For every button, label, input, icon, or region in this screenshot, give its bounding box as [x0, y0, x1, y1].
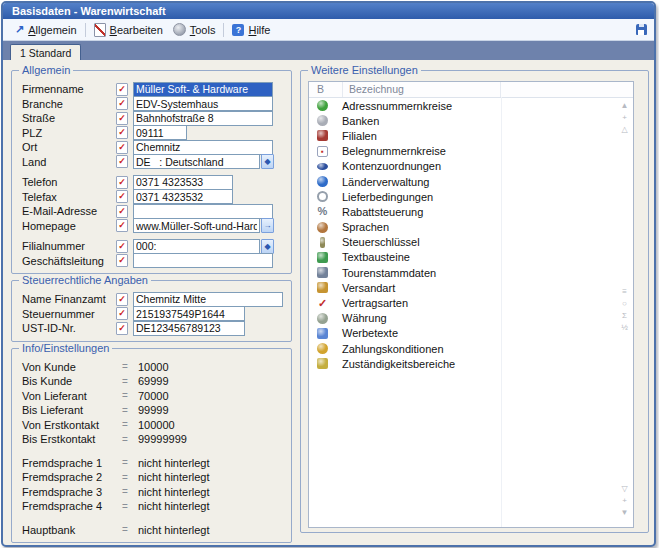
sprachen-icon — [317, 222, 328, 233]
row-add-icon[interactable]: + — [622, 496, 627, 505]
list-item-kontenzuordnungen[interactable]: Kontenzuordnungen — [309, 159, 633, 174]
list-item-lieferbedingungen[interactable]: Lieferbedingungen — [309, 189, 633, 204]
tab-1-standard[interactable]: 1 Standard — [10, 44, 81, 60]
input-plz[interactable] — [133, 125, 187, 140]
list-item-adressnummernkreise[interactable]: Adressnummernkreise — [309, 98, 633, 113]
list-item-banken[interactable]: Banken — [309, 113, 633, 128]
input-strasse[interactable] — [133, 111, 273, 126]
list-item-tourenstammdaten[interactable]: Tourenstammdaten — [309, 265, 633, 280]
info-row-fremdsprache-4: Fremdsprache 4=nicht hinterlegt — [22, 499, 283, 514]
field-check-icon[interactable]: ✓ — [116, 155, 128, 168]
list-item-vertragsarten[interactable]: ✓Vertragsarten — [309, 295, 633, 310]
info-row-bis-erstkontakt: Bis Erstkontakt=99999999 — [22, 432, 283, 447]
list-item-textbausteine[interactable]: Textbausteine — [309, 250, 633, 265]
equals-icon: = — [122, 457, 138, 468]
column-header-bezeichnung[interactable]: Bezeichnug — [343, 82, 501, 97]
field-check-icon[interactable]: ✓ — [116, 176, 128, 189]
belegnummernkreise-icon: ▪ — [317, 146, 328, 157]
list-item-rabattsteuerung[interactable]: %Rabattsteuerung — [309, 204, 633, 219]
list-item-belegnummernkreise[interactable]: ▪Belegnummernkreise — [309, 144, 633, 159]
list-item-steuerschlussel[interactable]: Steuerschlüssel — [309, 235, 633, 250]
field-check-icon[interactable]: ✓ — [116, 83, 128, 96]
input-filialnummer[interactable] — [133, 239, 260, 254]
list-item-label: Rabattsteuerung — [342, 206, 423, 218]
banken-icon — [317, 115, 328, 126]
info-value: 10000 — [138, 361, 169, 373]
fraction-icon[interactable]: ½ — [621, 323, 628, 332]
list-item-label: Zahlungskonditionen — [342, 343, 444, 355]
title-bar[interactable]: Basisdaten - Warenwirtschaft — [3, 3, 654, 19]
field-check-icon[interactable]: ✓ — [116, 205, 128, 218]
input-land[interactable] — [133, 154, 260, 169]
menu-bar: ↗AllgemeinBearbeitenTools?Hilfe — [3, 19, 654, 41]
scroll-up-icon[interactable]: △ — [621, 125, 627, 134]
info-gap — [22, 447, 283, 456]
help-icon: ? — [232, 24, 244, 36]
scroll-down-icon[interactable]: ▽ — [621, 484, 627, 493]
list-item-sprachen[interactable]: Sprachen — [309, 220, 633, 235]
waehrung-icon — [317, 313, 328, 324]
menu-icon[interactable]: ≡ — [622, 287, 627, 296]
menu-item-label: Tools — [190, 24, 216, 36]
field-label-firmenname: Firmenname — [22, 83, 116, 95]
info-row-von-kunde: Von Kunde=10000 — [22, 360, 283, 375]
input-telefax[interactable] — [133, 189, 233, 204]
row-insert-icon[interactable]: + — [622, 113, 627, 122]
equals-icon: = — [122, 486, 138, 497]
search-icon[interactable]: ○ — [622, 299, 627, 308]
field-label-land: Land — [22, 156, 116, 168]
input-geschaftsleitung[interactable] — [133, 253, 273, 268]
field-check-icon[interactable]: ✓ — [116, 293, 128, 306]
save-disk-icon[interactable] — [636, 24, 647, 35]
scroll-bottom-icon[interactable]: ▼ — [621, 508, 629, 517]
allgemein-fields: Firmenname✓Branche✓Straße✓PLZ✓Ort✓Land✓◆… — [22, 82, 283, 268]
field-check-icon[interactable]: ✓ — [116, 97, 128, 110]
open-homepage-button[interactable]: → — [261, 218, 274, 233]
field-check-icon[interactable]: ✓ — [116, 219, 128, 232]
zustaendigkeitsbereiche-icon — [317, 358, 328, 369]
list-item-zahlungskonditionen[interactable]: Zahlungskonditionen — [309, 341, 633, 356]
field-check-icon[interactable]: ✓ — [116, 240, 128, 253]
input-homepage[interactable] — [133, 218, 260, 233]
equals-icon: = — [122, 472, 138, 483]
sum-icon[interactable]: Σ — [622, 311, 627, 320]
field-check-icon[interactable]: ✓ — [116, 126, 128, 139]
field-check-icon[interactable]: ✓ — [116, 112, 128, 125]
field-check-icon[interactable]: ✓ — [116, 254, 128, 267]
field-check-icon[interactable]: ✓ — [116, 322, 128, 335]
field-check-icon[interactable]: ✓ — [116, 190, 128, 203]
menu-item-hilfe[interactable]: ?Hilfe — [227, 23, 275, 37]
combo-dropdown-button[interactable]: ◆ — [261, 154, 274, 169]
input-steuernummer[interactable] — [133, 306, 245, 321]
field-check-icon[interactable]: ✓ — [116, 141, 128, 154]
list-item-landerverwaltung[interactable]: Länderverwaltung — [309, 174, 633, 189]
input-e-mail-adresse[interactable] — [133, 204, 273, 219]
info-label: Von Kunde — [22, 361, 122, 373]
list-item-zustandigkeitsbereiche[interactable]: Zuständigkeitsbereiche — [309, 356, 633, 371]
group-allgemein: Allgemein Firmenname✓Branche✓Straße✓PLZ✓… — [11, 70, 292, 274]
menu-item-bearbeiten[interactable]: Bearbeiten — [89, 22, 168, 38]
input-telefon[interactable] — [133, 175, 233, 190]
column-header-b[interactable]: B — [309, 82, 343, 97]
input-ust-id-nr[interactable] — [133, 321, 245, 336]
input-branche[interactable] — [133, 96, 273, 111]
input-name-finanzamt[interactable] — [133, 292, 283, 307]
menu-item-tools[interactable]: Tools — [168, 22, 221, 37]
input-ort[interactable] — [133, 140, 273, 155]
list-item-versandart[interactable]: Versandart — [309, 280, 633, 295]
list-item-wahrung[interactable]: Währung — [309, 311, 633, 326]
form-row: Geschäftsleitung✓ — [22, 254, 283, 269]
menu-item-allgemein[interactable]: ↗Allgemein — [10, 23, 82, 37]
scroll-top-icon[interactable]: ▲ — [621, 101, 629, 110]
combo-dropdown-button[interactable]: ◆ — [261, 239, 274, 254]
info-label: Bis Erstkontakt — [22, 433, 122, 445]
list-item-label: Werbetexte — [342, 327, 398, 339]
list-item-filialen[interactable]: Filialen — [309, 128, 633, 143]
form-row: Steuernummer✓ — [22, 307, 283, 322]
input-firmenname[interactable] — [133, 82, 273, 97]
combo-filialnummer: ◆ — [133, 239, 274, 254]
list-item-werbetexte[interactable]: Werbetexte — [309, 326, 633, 341]
field-check-icon[interactable]: ✓ — [116, 307, 128, 320]
group-weitere-title: Weitere Einstellungen — [308, 64, 421, 76]
field-label-ust-id-nr: UST-ID-Nr. — [22, 322, 116, 334]
